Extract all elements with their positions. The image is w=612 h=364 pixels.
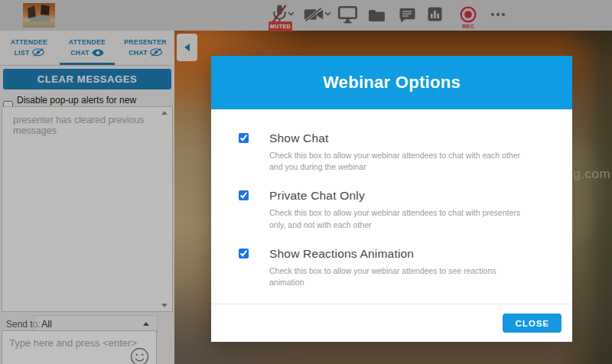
option-description: Check this box to allow your webinar att… [269,150,526,173]
close-button[interactable]: CLOSE [503,314,562,333]
option-label: Show Reactions Animation [269,247,542,261]
option-description: Check this box to allow your webinar att… [269,265,526,288]
private-chat-only-checkbox[interactable] [239,190,249,200]
dialog-title: Webinar Options [323,73,461,93]
option-description: Check this box to allow your webinar att… [269,207,526,230]
webinar-app-window: MUTED [0,0,612,364]
dialog-body: Show Chat Check this box to allow your w… [211,109,572,288]
show-chat-checkbox[interactable] [239,133,249,143]
option-show-reactions-animation: Show Reactions Animation Check this box … [239,247,542,288]
dialog-footer: CLOSE [211,304,572,342]
dialog-header: Webinar Options [211,56,572,109]
option-private-chat-only: Private Chat Only Check this box to allo… [239,189,542,230]
show-reactions-checkbox[interactable] [239,249,249,258]
option-label: Private Chat Only [269,189,542,203]
option-show-chat: Show Chat Check this box to allow your w… [239,132,542,173]
webinar-options-dialog: Webinar Options Show Chat Check this box… [211,56,572,342]
option-label: Show Chat [269,132,542,145]
